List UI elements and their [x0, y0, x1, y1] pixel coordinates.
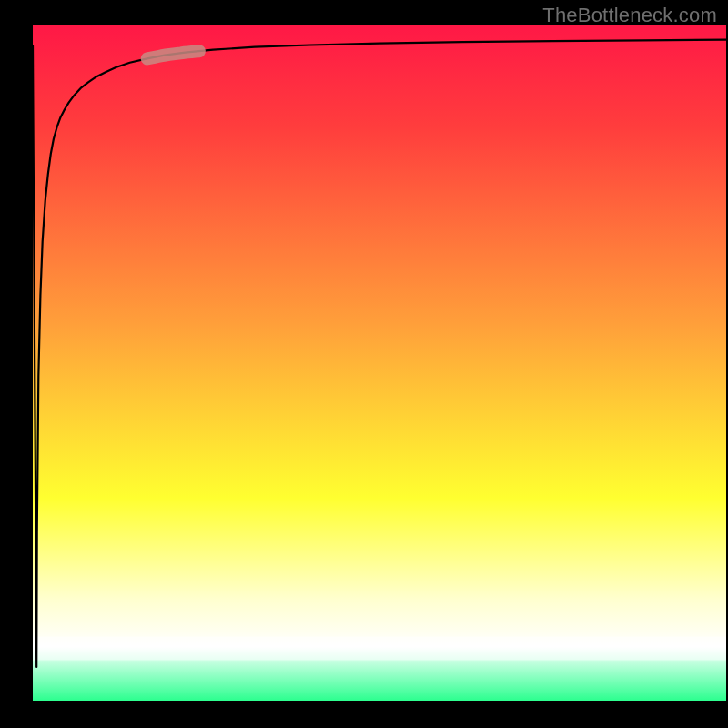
chart-svg — [0, 0, 728, 728]
plot-area — [33, 25, 726, 701]
curve-highlight-segment — [147, 51, 199, 58]
chart-stage: TheBottleneck.com — [0, 0, 728, 728]
watermark-label: TheBottleneck.com — [542, 4, 717, 27]
white-band — [33, 637, 726, 661]
